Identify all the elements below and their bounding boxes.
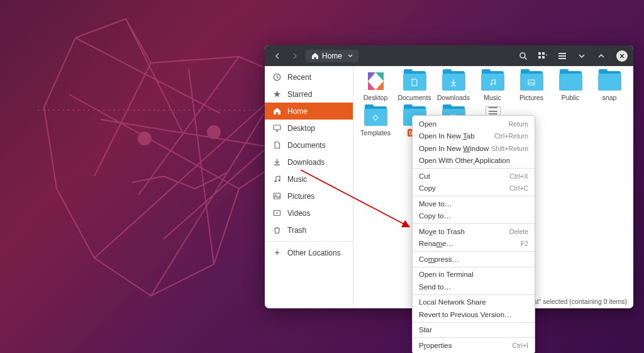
video-icon <box>272 209 281 217</box>
view-switcher-button[interactable] <box>535 49 550 63</box>
context-menu-open-with-other-application[interactable]: Open With Other Application <box>413 155 535 167</box>
svg-point-12 <box>275 194 276 196</box>
sidebar: RecentStarredHomeDesktopDocumentsDownloa… <box>265 66 353 308</box>
file-item-music[interactable]: Music <box>473 69 512 104</box>
context-menu-label: Open With Other Application <box>419 157 510 164</box>
context-menu-separator <box>413 251 535 252</box>
sidebar-item-desktop[interactable]: Desktop <box>265 120 353 137</box>
sidebar-item-home[interactable]: Home <box>265 103 353 120</box>
sidebar-item-label: Desktop <box>287 124 315 133</box>
status-bar: "test" selected (containing 0 items) <box>526 298 627 305</box>
context-menu-separator <box>413 267 535 267</box>
file-item-public[interactable]: Public <box>551 69 590 104</box>
desktop-icon <box>272 124 281 132</box>
titlebar: Home <box>265 45 633 66</box>
chevron-up-icon <box>597 52 605 60</box>
context-menu-separator <box>413 294 535 295</box>
file-item-snap[interactable]: snap <box>590 69 629 104</box>
sidebar-item-label: Starred <box>287 90 312 99</box>
sidebar-item-label: Other Locations <box>287 249 341 257</box>
file-item-downloads[interactable]: Downloads <box>434 69 473 104</box>
svg-point-14 <box>490 83 492 85</box>
search-icon <box>519 52 528 60</box>
context-menu-star[interactable]: Star <box>413 324 535 337</box>
sidebar-item-pictures[interactable]: Pictures <box>265 188 353 205</box>
sidebar-item-documents[interactable]: Documents <box>265 137 353 154</box>
desktop-app-icon <box>363 70 389 92</box>
sidebar-item-label: Recent <box>287 73 311 82</box>
context-menu-open-in-new-window[interactable]: Open In New WindowShift+Return <box>413 142 535 155</box>
breadcrumb[interactable]: Home <box>306 50 358 62</box>
breadcrumb-label: Home <box>322 52 342 60</box>
context-menu-label: Copy <box>419 184 436 192</box>
svg-rect-3 <box>538 52 541 55</box>
context-menu-cut[interactable]: CutCtrl+X <box>413 170 535 182</box>
file-label: Desktop <box>364 94 388 101</box>
close-button[interactable] <box>616 50 628 62</box>
sidebar-item-label: Downloads <box>287 158 325 167</box>
sidebar-item-music[interactable]: Music <box>265 171 353 188</box>
chevron-down-icon <box>578 52 586 60</box>
hamburger-icon <box>558 52 567 60</box>
file-item-desktop[interactable]: Desktop <box>356 69 395 104</box>
context-menu-move-to[interactable]: Move to… <box>413 198 535 210</box>
sidebar-item-other-locations[interactable]: Other Locations <box>265 244 353 261</box>
svg-point-1 <box>208 126 220 138</box>
context-menu-separator <box>413 322 535 323</box>
context-menu-open[interactable]: OpenReturn <box>413 118 535 130</box>
context-menu-local-network-share[interactable]: Local Network Share <box>413 296 535 309</box>
sidebar-item-trash[interactable]: Trash <box>265 221 353 238</box>
context-menu-label: Rename… <box>419 240 453 247</box>
back-button[interactable] <box>270 49 284 63</box>
context-menu-label: Open In New Tab <box>419 132 475 140</box>
svg-point-2 <box>520 53 525 58</box>
svg-point-15 <box>494 82 496 84</box>
context-menu-move-to-trash[interactable]: Move to TrashDelete <box>413 225 535 238</box>
context-menu-open-in-new-tab[interactable]: Open In New TabCtrl+Return <box>413 130 535 143</box>
file-label: Public <box>562 94 580 101</box>
context-menu-compress[interactable]: Compress… <box>413 253 535 266</box>
file-item-templates[interactable]: Templates <box>356 104 395 140</box>
context-menu-copy-to[interactable]: Copy to… <box>413 210 535 223</box>
context-menu-label: Move to Trash <box>419 228 465 235</box>
svg-rect-5 <box>538 56 541 59</box>
minimize-button[interactable] <box>574 49 589 63</box>
context-menu-label: Properties <box>419 342 452 349</box>
sidebar-item-videos[interactable]: Videos <box>265 205 353 221</box>
folder-icon <box>363 106 389 127</box>
context-menu-send-to[interactable]: Send to… <box>413 281 535 293</box>
context-menu: OpenReturnOpen In New TabCtrl+ReturnOpen… <box>412 115 535 353</box>
context-menu-rename[interactable]: Rename…F2 <box>413 238 535 250</box>
context-menu-shortcut: Delete <box>509 228 528 235</box>
context-menu-copy[interactable]: CopyCtrl+C <box>413 182 535 195</box>
maximize-button[interactable] <box>593 49 609 63</box>
context-menu-revert-to-previous-version[interactable]: Revert to Previous Version… <box>413 308 535 321</box>
document-icon <box>272 141 281 149</box>
sidebar-item-recent[interactable]: Recent <box>265 69 353 86</box>
svg-rect-11 <box>274 193 280 199</box>
context-menu-label: Revert to Previous Version… <box>419 311 512 318</box>
file-label: snap <box>602 94 617 101</box>
context-menu-shortcut: Return <box>508 120 528 128</box>
context-menu-separator <box>413 223 535 224</box>
svg-point-10 <box>278 179 280 181</box>
file-item-pictures[interactable]: Pictures <box>512 69 551 104</box>
sidebar-item-starred[interactable]: Starred <box>265 86 353 103</box>
context-menu-open-in-terminal[interactable]: Open in Terminal <box>413 269 535 281</box>
folder-icon <box>558 70 584 92</box>
svg-rect-16 <box>528 80 535 85</box>
sidebar-item-downloads[interactable]: Downloads <box>265 154 353 171</box>
context-menu-label: Copy to… <box>419 212 451 220</box>
file-label: Downloads <box>437 94 470 101</box>
sidebar-item-label: Videos <box>287 209 310 218</box>
file-item-documents[interactable]: Documents <box>395 69 434 104</box>
download-icon <box>272 158 281 166</box>
plus-icon <box>272 249 281 257</box>
star-icon <box>272 90 281 98</box>
sidebar-item-label: Documents <box>287 141 326 150</box>
search-button[interactable] <box>515 49 531 63</box>
context-menu-separator <box>413 337 535 338</box>
context-menu-properties[interactable]: PropertiesCtrl+I <box>413 339 535 352</box>
hamburger-menu-button[interactable] <box>554 49 570 63</box>
forward-button[interactable] <box>288 49 302 63</box>
